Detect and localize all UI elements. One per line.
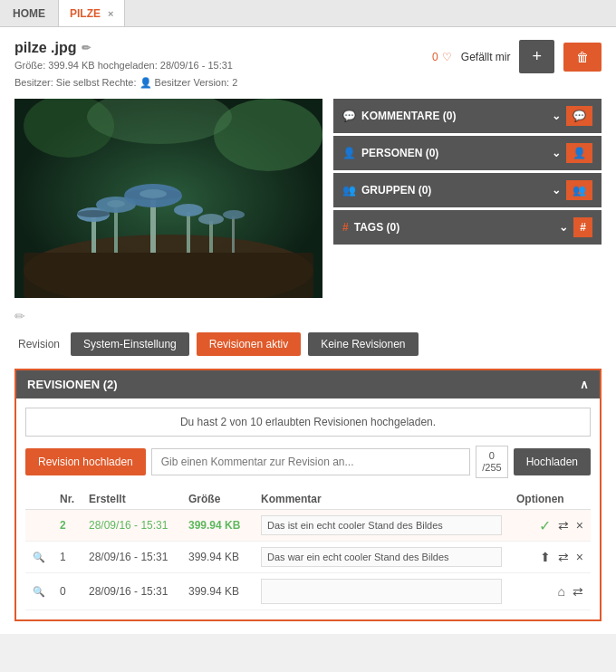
kommentare-label: KOMMENTARE (0)	[361, 110, 456, 122]
side-panels: 💬 KOMMENTARE (0) ⌄ 💬 👤 PERSONEN (0) ⌄ 👤	[333, 99, 602, 298]
size-cell-1: 399.94 KB	[181, 542, 254, 573]
home-icon[interactable]: ⌂	[558, 584, 565, 599]
tags-action-icon[interactable]: #	[573, 217, 592, 237]
upload-revision-button[interactable]: Revision hochladen	[25, 448, 146, 475]
zoom-cell-0[interactable]: 🔍	[25, 573, 53, 610]
tab-home[interactable]: HOME	[0, 2, 58, 25]
col-groesse: Größe	[181, 489, 254, 510]
col-erstellt: Erstellt	[82, 489, 181, 510]
size-cell-0: 399.94 KB	[181, 573, 254, 610]
table-row: 2 28/09/16 - 15:31 399.94 KB Das ist ein…	[25, 510, 591, 542]
file-meta-line1: Größe: 399.94 KB hochgeladen: 28/09/16 -…	[14, 58, 237, 73]
restore-icon[interactable]: ⇄	[558, 518, 569, 533]
revisionen-header: REVISIONEN (2) ∧	[16, 370, 600, 398]
keine-revisionen-button[interactable]: Keine Revisionen	[308, 332, 418, 356]
svg-rect-11	[232, 216, 235, 253]
svg-point-18	[77, 210, 110, 217]
comment-input[interactable]	[151, 448, 470, 475]
panel-kommentare[interactable]: 💬 KOMMENTARE (0) ⌄ 💬	[333, 99, 602, 133]
hochladen-button[interactable]: Hochladen	[514, 448, 591, 475]
svg-rect-9	[187, 212, 190, 253]
delete-row-icon[interactable]: ×	[576, 518, 583, 533]
svg-point-17	[223, 210, 245, 219]
svg-point-21	[107, 200, 125, 207]
char-counter: 0 /255	[476, 446, 507, 478]
panel-tags[interactable]: # TAGS (0) ⌄ #	[333, 210, 602, 245]
personen-action-icon[interactable]: 👤	[566, 143, 592, 163]
date-cell-0: 28/09/16 - 15:31	[82, 573, 181, 610]
gruppen-label: GRUPPEN (0)	[361, 184, 431, 197]
revisionen-aktiv-button[interactable]: Revisionen aktiv	[197, 332, 301, 356]
date-cell-2: 28/09/16 - 15:31	[82, 510, 181, 542]
tags-chevron: ⌄	[559, 221, 568, 234]
restore-up-icon[interactable]: ⬆	[540, 550, 551, 564]
edit-below-icon[interactable]: ✏	[14, 309, 602, 323]
table-row: 🔍 1 28/09/16 - 15:31 399.94 KB Das war e…	[25, 542, 591, 573]
char-max: /255	[482, 462, 501, 474]
date-cell-1: 28/09/16 - 15:31	[82, 542, 181, 573]
personen-icon: 👤	[342, 147, 356, 159]
svg-rect-7	[114, 207, 118, 253]
personen-label: PERSONEN (0)	[361, 147, 438, 159]
heart-icon[interactable]: ♡	[442, 51, 452, 63]
comment-cell-1: Das war ein echt cooler Stand des Bildes	[254, 542, 509, 573]
table-row: 🔍 0 28/09/16 - 15:31 399.94 KB ⌂ ⇄	[25, 573, 591, 610]
nr-cell-0: 0	[53, 573, 82, 610]
tags-label: TAGS (0)	[354, 221, 399, 234]
personen-chevron: ⌄	[552, 147, 561, 159]
gruppen-chevron: ⌄	[552, 184, 561, 197]
file-info: pilze .jpg ✏ Größe: 399.94 KB hochgelade…	[14, 40, 237, 90]
tab-pilze[interactable]: PILZE ×	[58, 0, 125, 26]
revisionen-collapse-icon[interactable]: ∧	[580, 378, 589, 391]
add-button[interactable]: +	[519, 40, 554, 73]
gefaellt-label[interactable]: Gefällt mir	[461, 51, 511, 63]
svg-rect-6	[91, 216, 96, 253]
file-meta-line2: Besitzer: Sie selbst Rechte: 👤 Besitzer …	[14, 75, 237, 91]
svg-point-16	[198, 214, 224, 225]
restore-icon-1[interactable]: ⇄	[558, 550, 569, 564]
revision-tab-label[interactable]: Revision	[14, 332, 63, 356]
revision-toolbar: Revision System-Einstellung Revisionen a…	[14, 332, 602, 356]
revisionen-title: REVISIONEN (2)	[27, 378, 118, 391]
revisionen-panel: REVISIONEN (2) ∧ Du hast 2 von 10 erlaub…	[14, 369, 602, 621]
svg-rect-10	[209, 221, 213, 253]
image-preview	[14, 99, 322, 298]
revision-table: Nr. Erstellt Größe Kommentar Optionen 2 …	[25, 489, 591, 610]
char-current: 0	[482, 450, 501, 462]
zoom-cell-2	[25, 510, 53, 542]
tab-close-icon[interactable]: ×	[108, 8, 113, 19]
tags-icon: #	[342, 221, 349, 234]
file-name: pilze .jpg	[14, 40, 76, 56]
system-einstellung-button[interactable]: System-Einstellung	[71, 332, 189, 356]
main-content: pilze .jpg ✏ Größe: 399.94 KB hochgelade…	[0, 27, 616, 634]
col-zoom	[25, 489, 53, 510]
panel-gruppen[interactable]: 👥 GRUPPEN (0) ⌄ 👥	[333, 173, 602, 207]
delete-row-icon-1[interactable]: ×	[576, 550, 583, 564]
like-area[interactable]: 0 ♡	[432, 51, 452, 63]
nr-cell-1: 1	[53, 542, 82, 573]
like-count: 0	[432, 51, 438, 63]
edit-filename-icon[interactable]: ✏	[82, 42, 91, 54]
gruppen-action-icon[interactable]: 👥	[566, 180, 592, 200]
zoom-cell-1[interactable]: 🔍	[25, 542, 53, 573]
col-optionen: Optionen	[509, 489, 591, 510]
file-actions: 0 ♡ Gefällt mir + 🗑	[432, 40, 602, 73]
check-icon[interactable]: ✓	[539, 517, 551, 534]
panel-personen[interactable]: 👤 PERSONEN (0) ⌄ 👤	[333, 136, 602, 170]
svg-point-15	[174, 204, 203, 216]
size-cell-2: 399.94 KB	[181, 510, 254, 542]
restore-icon-0[interactable]: ⇄	[573, 584, 583, 599]
gruppen-icon: 👥	[342, 184, 356, 197]
nr-cell-2: 2	[53, 510, 82, 542]
tab-bar: HOME PILZE ×	[0, 0, 616, 27]
svg-point-20	[140, 189, 167, 198]
kommentare-chevron: ⌄	[552, 110, 561, 122]
tab-active-label: PILZE	[70, 7, 101, 20]
delete-button[interactable]: 🗑	[563, 43, 602, 72]
svg-point-1	[214, 99, 322, 171]
image-section: 💬 KOMMENTARE (0) ⌄ 💬 👤 PERSONEN (0) ⌄ 👤	[14, 99, 602, 298]
kommentare-icon: 💬	[342, 110, 356, 122]
actions-cell-0: ⌂ ⇄	[509, 573, 591, 610]
kommentare-action-icon[interactable]: 💬	[566, 106, 592, 126]
col-kommentar: Kommentar	[254, 489, 509, 510]
